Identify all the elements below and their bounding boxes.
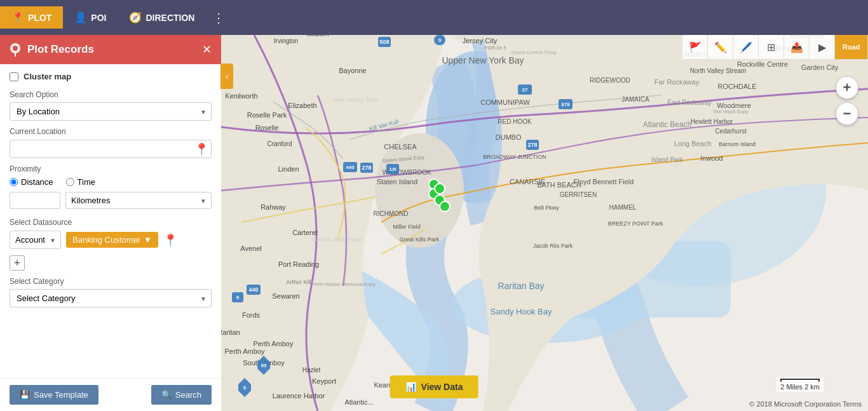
- proximity-value-input[interactable]: [10, 192, 60, 209]
- datasource-pin-btn[interactable]: 📍: [163, 233, 177, 247]
- toolbar-share-btn[interactable]: 📤: [784, 35, 810, 59]
- toolbar-highlight-btn[interactable]: 🖊️: [733, 35, 759, 59]
- scale-label: 2 Miles 2 km: [780, 383, 820, 391]
- datasource-label: Select Datasource: [10, 218, 212, 227]
- svg-text:Long Beach: Long Beach: [674, 140, 712, 147]
- svg-text:Perth Amboy: Perth Amboy: [254, 340, 294, 347]
- datasource-value-wrapper: Banking Customer ▼: [66, 232, 158, 248]
- proximity-label: Proximity: [10, 165, 212, 173]
- zoom-out-btn[interactable]: −: [836, 102, 858, 125]
- svg-text:Sewaren: Sewaren: [272, 292, 299, 300]
- toolbar-flag-btn[interactable]: 🚩: [682, 35, 708, 59]
- svg-text:Roselle: Roselle: [255, 124, 279, 131]
- proximity-inputs: Kilometres Miles ▼: [10, 192, 212, 209]
- svg-text:Perth Harbor Memorial Expy: Perth Harbor Memorial Expy: [311, 281, 376, 287]
- save-template-btn[interactable]: 💾 Save Template: [10, 385, 98, 405]
- proximity-unit-wrapper: Kilometres Miles ▼: [65, 192, 212, 209]
- svg-text:FDR Dr 5: FDR Dr 5: [485, 45, 506, 51]
- toolbar-pencil-btn[interactable]: ✏️: [708, 35, 733, 59]
- add-datasource-btn[interactable]: +: [10, 255, 25, 271]
- collapse-panel-btn[interactable]: ‹: [220, 64, 233, 89]
- poi-label: POI: [91, 13, 106, 23]
- svg-point-129: [13, 46, 18, 51]
- svg-text:North Valley Stream: North Valley Stream: [690, 67, 747, 74]
- svg-text:Hazlet: Hazlet: [302, 367, 321, 374]
- svg-text:Irvington: Irvington: [274, 37, 298, 44]
- svg-text:Roselle Park: Roselle Park: [247, 111, 287, 119]
- toolbar-right: 🚩 ✏️ 🖊️ ⊞ 📤 ▶ Road: [682, 35, 868, 60]
- svg-text:Rockville Centre: Rockville Centre: [737, 60, 788, 68]
- map-scale: 2 Miles 2 km: [776, 377, 824, 392]
- toolbar-grid-btn[interactable]: ⊞: [759, 35, 784, 59]
- search-btn[interactable]: 🔍 Search: [151, 385, 212, 405]
- svg-point-6: [375, 133, 464, 248]
- more-options-btn[interactable]: ⋮: [206, 10, 231, 25]
- svg-text:Rahway: Rahway: [261, 203, 286, 211]
- toolbar-road-btn[interactable]: Road: [835, 35, 868, 59]
- current-location-label: Current Location: [10, 127, 212, 136]
- datasource-row: Account Contact Lead ▼ Banking Customer …: [10, 231, 212, 249]
- location-pin-btn[interactable]: 📍: [194, 142, 208, 156]
- poi-nav-btn[interactable]: 👤 POI: [63, 6, 118, 29]
- svg-text:Raritan Bay: Raritan Bay: [498, 281, 544, 291]
- svg-text:Cranford: Cranford: [268, 140, 292, 147]
- proximity-unit-select[interactable]: Kilometres Miles: [65, 192, 212, 209]
- svg-text:Linden: Linden: [278, 165, 299, 173]
- copyright-text: © 2018 Microsoft Corporation Terms: [749, 400, 862, 408]
- svg-text:Cedarhurst: Cedarhurst: [715, 128, 747, 135]
- svg-text:Floyd Bennett Field: Floyd Bennett Field: [574, 178, 634, 185]
- svg-text:9: 9: [236, 295, 240, 300]
- svg-text:RIDGEWOOD: RIDGEWOOD: [590, 77, 630, 84]
- datasource-type-select[interactable]: Account Contact Lead: [10, 231, 61, 249]
- road-label: Road: [843, 43, 860, 51]
- category-select[interactable]: Select Category: [10, 289, 212, 307]
- svg-text:Barnum Island: Barnum Island: [719, 141, 756, 147]
- svg-text:Miller Field: Miller Field: [393, 224, 421, 230]
- current-location-input[interactable]: [10, 140, 212, 158]
- svg-text:New Jersey Tpke: New Jersey Tpke: [334, 97, 377, 103]
- direction-label: DIRECTION: [146, 13, 194, 23]
- category-select-wrapper: Select Category ▼: [10, 289, 212, 307]
- datasource-type-wrapper: Account Contact Lead ▼: [10, 231, 61, 249]
- svg-text:East Rockaway: East Rockaway: [668, 99, 712, 106]
- category-section: Select Category Select Category ▼: [10, 277, 212, 307]
- search-label: Search: [175, 390, 201, 400]
- time-radio[interactable]: [66, 178, 74, 186]
- svg-text:278: 278: [362, 165, 371, 171]
- svg-text:Grand Central Pkwy: Grand Central Pkwy: [511, 50, 557, 55]
- zoom-in-btn[interactable]: +: [836, 76, 858, 99]
- close-panel-btn[interactable]: ✕: [202, 43, 212, 57]
- svg-text:9: 9: [243, 385, 247, 391]
- direction-nav-btn[interactable]: 🧭 DIRECTION: [118, 6, 206, 29]
- svg-point-104: [435, 184, 445, 194]
- panel-pin-icon: [10, 43, 21, 57]
- time-radio-label[interactable]: Time: [66, 177, 95, 187]
- svg-text:Sandy Hook Bay: Sandy Hook Bay: [491, 307, 552, 316]
- datasource-value-arrow: ▼: [144, 235, 152, 245]
- svg-text:Perth Amboy: Perth Amboy: [225, 347, 265, 355]
- datasource-section: Select Datasource Account Contact Lead ▼…: [10, 218, 212, 271]
- side-panel: Plot Records ✕ Cluster map Search Option…: [0, 35, 221, 411]
- view-data-btn[interactable]: 📊 View Data: [390, 375, 478, 398]
- svg-text:9: 9: [438, 37, 442, 43]
- svg-text:Jersey City: Jersey City: [463, 37, 498, 44]
- proximity-radio-row: Distance Time: [10, 177, 212, 187]
- category-label: Select Category: [10, 277, 212, 286]
- distance-radio-label[interactable]: Distance: [10, 177, 53, 187]
- svg-text:Great Kills Park: Great Kills Park: [400, 236, 440, 243]
- svg-text:ROCHDALE: ROCHDALE: [717, 83, 756, 90]
- svg-text:Hewlett Harbor: Hewlett Harbor: [691, 118, 733, 125]
- search-option-select[interactable]: By Location By Address By Coordinates: [10, 102, 212, 121]
- cluster-map-checkbox[interactable]: [10, 72, 18, 81]
- plot-label: PLOT: [28, 13, 51, 23]
- svg-text:440: 440: [248, 286, 258, 293]
- distance-radio[interactable]: [10, 178, 18, 186]
- svg-text:440: 440: [346, 165, 355, 170]
- svg-text:BROADWAY JUNCTION: BROADWAY JUNCTION: [483, 154, 546, 160]
- svg-text:JAMAICA: JAMAICA: [621, 96, 649, 103]
- svg-text:Fords: Fords: [242, 311, 261, 319]
- svg-text:Upper New York Bay: Upper New York Bay: [442, 55, 524, 65]
- svg-text:Avenel: Avenel: [240, 245, 261, 252]
- plot-nav-btn[interactable]: 📍 PLOT: [0, 6, 63, 29]
- toolbar-arrow-btn[interactable]: ▶: [810, 35, 835, 59]
